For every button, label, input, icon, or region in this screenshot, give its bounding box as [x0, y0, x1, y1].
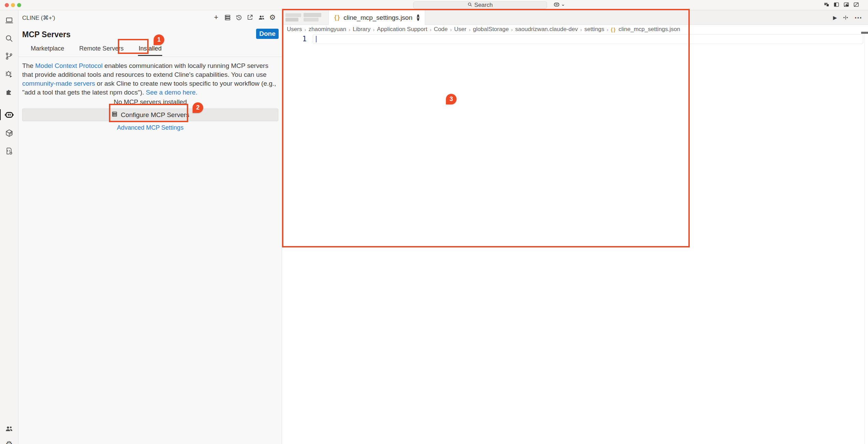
minimize-window-button[interactable]: [11, 3, 15, 7]
description-link[interactable]: Model Context Protocol: [35, 62, 103, 69]
json-icon: {}: [334, 14, 340, 21]
open-in-new-window-icon[interactable]: [246, 13, 254, 22]
description-link[interactable]: See a demo here.: [146, 89, 197, 96]
breadcrumb-item[interactable]: saoudrizwan.claude-dev: [515, 26, 578, 33]
breadcrumb-item[interactable]: globalStorage: [473, 26, 509, 33]
breadcrumb: Users›zhaomingyuan›Library›Application S…: [287, 25, 864, 34]
breadcrumb-separator: ›: [349, 27, 350, 32]
search-label: Search: [474, 2, 493, 9]
breadcrumb-separator: ›: [469, 27, 471, 32]
empty-state-text: No MCP servers installed: [18, 98, 282, 106]
copilot-robot-icon: [553, 1, 560, 9]
run-icon[interactable]: ▶: [833, 15, 837, 21]
scrollbar-track: [864, 34, 865, 444]
split-editor-icon[interactable]: [842, 14, 849, 21]
cline-panel-header: CLINE (⌘+') +: [18, 10, 282, 25]
breadcrumb-item[interactable]: Users: [287, 26, 302, 33]
search-icon: [5, 34, 13, 43]
breadcrumb-item[interactable]: zhaomingyuan: [308, 26, 346, 33]
line-number: 1: [296, 35, 307, 43]
gear-icon[interactable]: ⚙: [268, 13, 277, 22]
chevron-down-icon: ⌄: [561, 1, 565, 7]
annotation-badge-1: 1: [154, 34, 164, 45]
sidebar-item-search[interactable]: [0, 31, 18, 46]
breadcrumb-separator: ›: [430, 27, 431, 32]
more-actions-icon[interactable]: ⋯: [854, 13, 862, 22]
cline-panel: CLINE (⌘+') +: [18, 10, 282, 444]
close-window-button[interactable]: [5, 3, 9, 7]
laptop-icon: [5, 16, 14, 25]
customize-layout-icon[interactable]: [824, 2, 829, 8]
editor-group: {} cline_mcp_settings.json × ▶ ⋯ Users›z…: [282, 10, 868, 444]
breadcrumb-item[interactable]: cline_mcp_settings.json: [618, 26, 680, 33]
extensions-puzzle-icon: [5, 87, 13, 96]
code-editor[interactable]: 1: [282, 34, 868, 444]
gear-icon: ⚙: [5, 440, 13, 444]
scrollbar-thumb[interactable]: [861, 32, 868, 34]
command-center-search[interactable]: Search: [413, 1, 547, 9]
package-box-icon: [5, 129, 14, 138]
breadcrumb-item[interactable]: Application Support: [377, 26, 427, 33]
history-icon[interactable]: [235, 13, 243, 22]
sidebar-item-run-debug[interactable]: [0, 66, 18, 81]
description-link[interactable]: community-made servers: [22, 80, 95, 87]
mcp-tab-remote-servers[interactable]: Remote Servers: [79, 44, 124, 56]
editor-tab-bar: {} cline_mcp_settings.json × ▶ ⋯: [282, 10, 868, 25]
tab-label: cline_mcp_settings.json: [344, 14, 412, 22]
account-icon[interactable]: [257, 13, 265, 22]
breadcrumb-separator: ›: [373, 27, 375, 32]
breadcrumb-item[interactable]: Code: [434, 26, 448, 33]
new-task-plus-icon[interactable]: +: [212, 13, 220, 22]
copilot-menu[interactable]: ⌄: [553, 1, 565, 9]
breadcrumb-item[interactable]: Library: [353, 26, 370, 33]
mcp-servers-icon[interactable]: [223, 13, 232, 22]
panel-title: CLINE (⌘+'): [22, 14, 55, 22]
breadcrumb-separator: ›: [580, 27, 582, 32]
mcp-tab-installed[interactable]: Installed: [138, 44, 162, 56]
breadcrumb-separator: ›: [511, 27, 513, 32]
current-line-highlight: [313, 34, 863, 44]
sidebar-item-cline[interactable]: [0, 107, 18, 122]
file-gear-icon: [5, 147, 13, 155]
close-icon[interactable]: ×: [417, 14, 420, 21]
accounts-icon: [5, 425, 13, 433]
breadcrumb-separator: ›: [607, 27, 608, 32]
text-cursor: [316, 36, 317, 42]
divider: [18, 57, 282, 57]
mcp-tabs: MarketplaceRemote ServersInstalled: [30, 44, 162, 56]
breadcrumb-item[interactable]: User: [454, 26, 466, 33]
toggle-panel-icon[interactable]: [843, 2, 849, 8]
sidebar-item-manage[interactable]: ⚙: [0, 437, 18, 444]
toggle-secondary-sidebar-icon[interactable]: [853, 2, 859, 8]
annotation-badge-3: 3: [446, 94, 457, 104]
redacted-tab[interactable]: [282, 10, 329, 25]
activity-bar: ⚙: [0, 10, 18, 444]
debug-icon: [5, 70, 13, 78]
breadcrumb-separator: ›: [304, 27, 306, 32]
tab-cline-mcp-settings[interactable]: {} cline_mcp_settings.json ×: [329, 10, 425, 25]
breadcrumb-separator: ›: [450, 27, 452, 32]
json-icon: {}: [611, 27, 616, 32]
mcp-description: The Model Context Protocol enables commu…: [22, 61, 278, 97]
annotation-badge-2: 2: [193, 102, 203, 113]
sidebar-item-code-tools[interactable]: [0, 143, 18, 158]
description-text: The: [22, 62, 35, 69]
sidebar-item-accounts[interactable]: [0, 421, 18, 436]
sidebar-item-package[interactable]: [0, 126, 18, 141]
configure-mcp-servers-button[interactable]: Configure MCP Servers: [22, 109, 278, 121]
sidebar-item-source-control[interactable]: [0, 48, 18, 63]
sidebar-item-extensions[interactable]: [0, 84, 18, 99]
source-control-branch-icon: [5, 52, 13, 60]
zoom-window-button[interactable]: [17, 3, 21, 7]
toggle-primary-sidebar-icon[interactable]: [834, 2, 839, 8]
sidebar-item-explorer[interactable]: [0, 13, 18, 28]
titlebar: Search ⌄: [0, 0, 868, 10]
mcp-servers-icon: [111, 111, 118, 119]
page-title: MCP Servers: [22, 30, 71, 39]
breadcrumb-item[interactable]: settings: [584, 26, 604, 33]
search-icon: [467, 2, 472, 9]
mcp-tab-marketplace[interactable]: Marketplace: [30, 44, 65, 56]
done-button[interactable]: Done: [256, 29, 279, 39]
configure-button-label: Configure MCP Servers: [121, 111, 189, 119]
advanced-mcp-settings-link[interactable]: Advanced MCP Settings: [18, 124, 282, 131]
